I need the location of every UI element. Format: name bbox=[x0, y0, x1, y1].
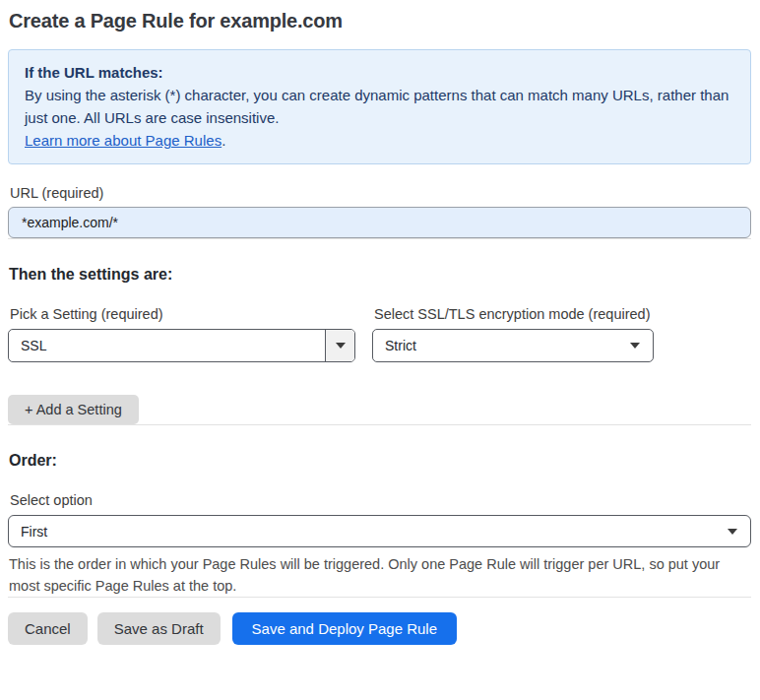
order-help-text: This is the order in which your Page Rul… bbox=[9, 553, 751, 597]
order-select-label: Select option bbox=[10, 492, 751, 508]
footer-actions: Cancel Save as Draft Save and Deploy Pag… bbox=[8, 612, 751, 645]
cancel-button[interactable]: Cancel bbox=[8, 612, 88, 645]
url-input[interactable] bbox=[8, 207, 751, 238]
save-deploy-button[interactable]: Save and Deploy Page Rule bbox=[232, 612, 457, 645]
page-title: Create a Page Rule for example.com bbox=[9, 10, 751, 32]
ssl-mode-select[interactable]: Strict bbox=[372, 329, 654, 362]
chevron-down-icon bbox=[630, 343, 640, 349]
info-box-link-line: Learn more about Page Rules. bbox=[25, 129, 734, 152]
section-divider bbox=[8, 424, 751, 425]
save-draft-button[interactable]: Save as Draft bbox=[97, 612, 221, 645]
order-heading: Order: bbox=[9, 452, 751, 470]
url-match-info-box: If the URL matches: By using the asteris… bbox=[8, 49, 751, 164]
setting-picker-group: Pick a Setting (required) SSL bbox=[8, 306, 355, 362]
info-box-body: By using the asterisk (*) character, you… bbox=[25, 84, 734, 129]
url-label: URL (required) bbox=[10, 185, 751, 201]
setting-select-value: SSL bbox=[21, 338, 46, 353]
pick-setting-label: Pick a Setting (required) bbox=[10, 306, 355, 322]
settings-row: Pick a Setting (required) SSL Select SSL… bbox=[8, 306, 751, 362]
chevron-down-icon bbox=[325, 330, 354, 361]
settings-heading: Then the settings are: bbox=[9, 266, 751, 284]
info-box-heading: If the URL matches: bbox=[25, 61, 734, 84]
ssl-mode-label: Select SSL/TLS encryption mode (required… bbox=[374, 306, 654, 322]
add-setting-button[interactable]: + Add a Setting bbox=[8, 395, 139, 424]
order-select[interactable]: First bbox=[8, 515, 751, 547]
setting-select[interactable]: SSL bbox=[8, 329, 355, 362]
ssl-mode-group: Select SSL/TLS encryption mode (required… bbox=[372, 306, 654, 362]
order-select-value: First bbox=[21, 524, 47, 540]
ssl-mode-select-value: Strict bbox=[385, 338, 416, 353]
create-page-rule-form: Create a Page Rule for example.com If th… bbox=[0, 0, 760, 645]
link-period: . bbox=[222, 132, 225, 149]
section-divider bbox=[8, 597, 751, 598]
section-divider bbox=[8, 238, 751, 239]
chevron-down-icon bbox=[728, 529, 737, 535]
learn-more-link[interactable]: Learn more about Page Rules bbox=[25, 132, 222, 149]
